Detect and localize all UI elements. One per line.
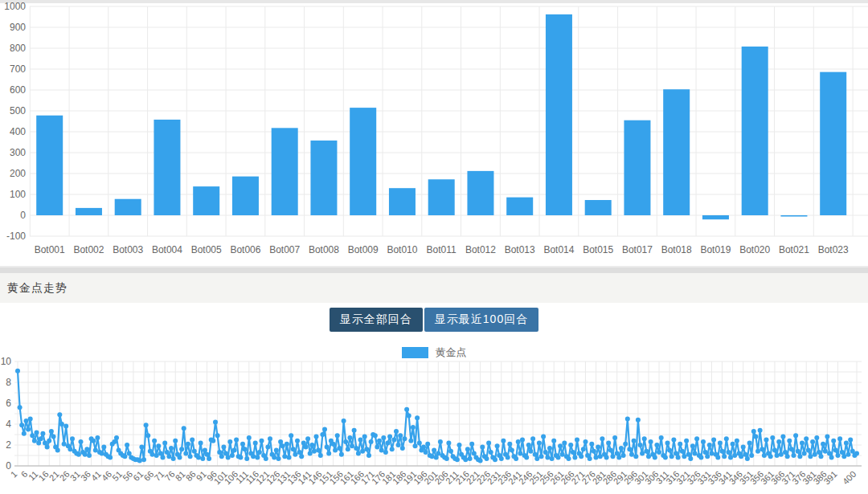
bar-Bot005[interactable] — [193, 186, 219, 215]
svg-text:1000: 1000 — [4, 1, 26, 12]
bar-Bot013[interactable] — [506, 198, 533, 215]
round-filter-button-group: 显示全部回合 显示最近100回合 — [0, 308, 868, 332]
bar-Bot020[interactable] — [742, 47, 768, 215]
svg-text:400: 400 — [10, 126, 26, 137]
svg-text:0: 0 — [20, 210, 26, 221]
svg-text:-100: -100 — [6, 231, 26, 242]
svg-text:400: 400 — [841, 469, 858, 486]
svg-text:Bot008: Bot008 — [309, 244, 339, 255]
svg-text:Bot002: Bot002 — [73, 244, 104, 255]
bar-Bot015[interactable] — [585, 200, 612, 215]
svg-text:Bot006: Bot006 — [230, 244, 260, 255]
svg-text:Bot019: Bot019 — [700, 244, 731, 255]
svg-text:10: 10 — [1, 356, 12, 367]
bar-Bot006[interactable] — [232, 177, 259, 215]
svg-text:Bot011: Bot011 — [427, 244, 457, 255]
bot-score-bar-chart[interactable]: -10001002003004005006007008009001000Bot0… — [0, 0, 868, 267]
bar-Bot001[interactable] — [36, 116, 63, 215]
section-title: 黄金点走势 — [7, 281, 68, 296]
svg-text:8: 8 — [6, 377, 11, 388]
svg-text:Bot018: Bot018 — [661, 244, 692, 255]
panel-header: 黄金点走势 — [0, 273, 868, 303]
svg-text:Bot009: Bot009 — [348, 244, 379, 255]
svg-text:2: 2 — [6, 439, 11, 451]
svg-text:800: 800 — [10, 43, 26, 54]
bar-Bot014[interactable] — [546, 14, 572, 215]
svg-text:Bot023: Bot023 — [818, 244, 849, 255]
svg-text:700: 700 — [10, 63, 26, 75]
bar-Bot010[interactable] — [389, 188, 416, 215]
svg-text:Bot017: Bot017 — [622, 244, 653, 255]
bar-Bot019[interactable] — [702, 215, 729, 219]
svg-text:Bot021: Bot021 — [779, 244, 809, 255]
bar-Bot017[interactable] — [624, 120, 650, 215]
svg-text:Bot007: Bot007 — [269, 244, 300, 255]
svg-text:Bot014: Bot014 — [543, 244, 574, 255]
svg-text:4: 4 — [6, 418, 11, 430]
bar-Bot011[interactable] — [428, 179, 455, 215]
svg-text:300: 300 — [10, 147, 26, 158]
show-recent-100-rounds-button[interactable]: 显示最近100回合 — [424, 308, 538, 332]
svg-text:Bot001: Bot001 — [35, 244, 65, 255]
bar-Bot007[interactable] — [272, 128, 298, 215]
page: -10001002003004005006007008009001000Bot0… — [0, 0, 868, 494]
svg-text:200: 200 — [10, 168, 26, 179]
svg-text:900: 900 — [10, 22, 26, 33]
bar-Bot023[interactable] — [820, 72, 846, 215]
show-all-rounds-button[interactable]: 显示全部回合 — [330, 308, 423, 332]
bar-Bot002[interactable] — [76, 208, 102, 215]
bar-Bot009[interactable] — [350, 108, 376, 215]
bar-Bot003[interactable] — [115, 199, 141, 215]
svg-text:1: 1 — [9, 469, 19, 480]
svg-text:100: 100 — [10, 189, 26, 200]
bar-Bot018[interactable] — [663, 89, 690, 215]
svg-text:Bot020: Bot020 — [739, 244, 770, 255]
svg-text:Bot005: Bot005 — [191, 244, 222, 255]
svg-text:Bot013: Bot013 — [505, 244, 535, 255]
bar-Bot004[interactable] — [154, 120, 180, 215]
golden-point-trend-line-chart[interactable]: 0246810161116212631364146515661667176818… — [0, 356, 868, 494]
svg-text:Bot015: Bot015 — [583, 244, 613, 255]
svg-text:600: 600 — [10, 84, 26, 96]
svg-text:500: 500 — [10, 105, 26, 116]
svg-text:Bot003: Bot003 — [113, 244, 143, 255]
bar-Bot012[interactable] — [467, 171, 493, 215]
svg-text:Bot004: Bot004 — [152, 244, 182, 255]
bar-Bot021[interactable] — [780, 215, 807, 217]
svg-text:391: 391 — [821, 469, 838, 486]
svg-text:Bot010: Bot010 — [387, 244, 417, 255]
bar-Bot008[interactable] — [310, 141, 337, 215]
svg-text:6: 6 — [6, 398, 11, 409]
svg-text:Bot012: Bot012 — [465, 244, 496, 255]
